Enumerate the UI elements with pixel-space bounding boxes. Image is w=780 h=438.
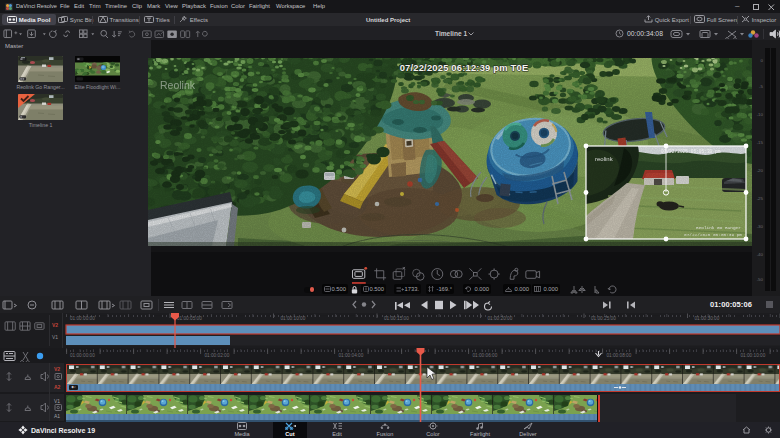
svg-text:-10: -10 (757, 112, 764, 117)
svg-text:07/22/2025 05:05:39 pm: 07/22/2025 05:05:39 pm (684, 232, 742, 237)
svg-text:01:00:06:00: 01:00:06:00 (473, 353, 498, 358)
svg-text:-30: -30 (757, 224, 764, 229)
svg-text:Reolink: Reolink (160, 79, 196, 91)
svg-text:01:00:00:00: 01:00:00:00 (70, 353, 95, 358)
svg-text:reolink: reolink (595, 156, 614, 162)
svg-text:01:00:15:00: 01:00:15:00 (384, 316, 409, 321)
svg-text:01:00:25:00: 01:00:25:00 (591, 316, 616, 321)
svg-text:-15: -15 (757, 140, 764, 145)
svg-text:-25: -25 (757, 196, 764, 201)
svg-text:07/22/2025 06:12:39 pm T0E: 07/22/2025 06:12:39 pm T0E (400, 62, 529, 73)
svg-text:Reolink Go Ranger: Reolink Go Ranger (696, 225, 741, 230)
svg-text:-5: -5 (759, 84, 763, 89)
svg-text:-50: -50 (757, 277, 764, 282)
svg-text:01:00:10:00: 01:00:10:00 (281, 316, 306, 321)
svg-text:01:00:00:00: 01:00:00:00 (70, 316, 95, 321)
svg-text:01:00:02:00: 01:00:02:00 (205, 353, 230, 358)
svg-text:01:00:20:00: 01:00:20:00 (488, 316, 513, 321)
svg-text:07/22/2025 05:05:39 pm: 07/22/2025 05:05:39 pm (661, 149, 721, 154)
svg-text:01:00:08:00: 01:00:08:00 (607, 353, 632, 358)
svg-text:-20: -20 (757, 168, 764, 173)
svg-text:01:00:30:00: 01:00:30:00 (695, 316, 720, 321)
svg-text:-40: -40 (757, 252, 764, 257)
svg-text:01:00:05:00: 01:00:05:00 (177, 316, 202, 321)
svg-text:01:00:10:00: 01:00:10:00 (741, 353, 766, 358)
svg-text:01:00:04:00: 01:00:04:00 (339, 353, 364, 358)
